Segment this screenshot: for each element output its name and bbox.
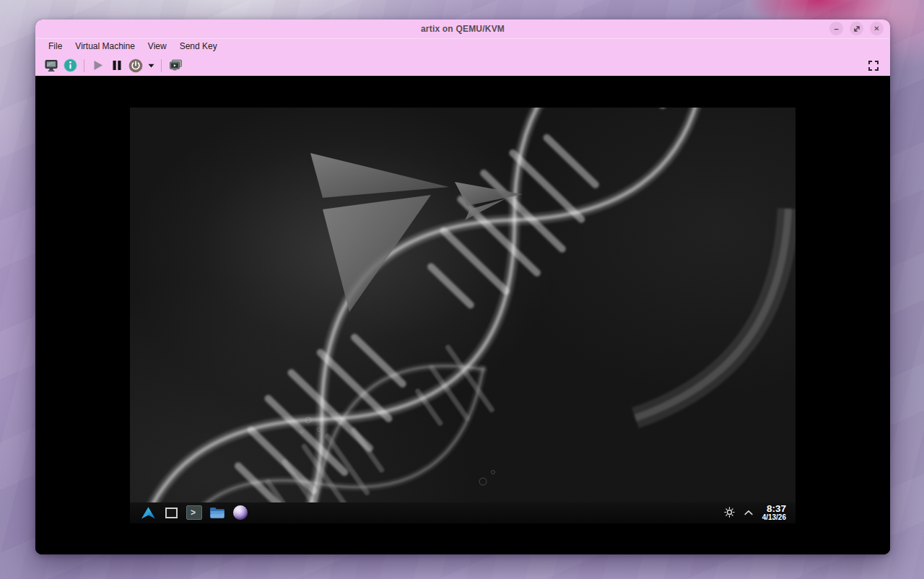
close-button[interactable]: ✕ — [870, 22, 884, 35]
minimize-button[interactable]: – — [829, 22, 843, 35]
pause-icon — [112, 60, 122, 71]
guest-display[interactable]: > — [130, 108, 796, 523]
menu-file[interactable]: File — [42, 38, 69, 55]
show-desktop-button[interactable] — [162, 504, 180, 521]
fullscreen-button[interactable] — [864, 56, 883, 75]
console-monitor-icon — [44, 59, 58, 72]
toolbar-separator — [161, 59, 162, 72]
close-icon: ✕ — [873, 25, 879, 32]
window-title: artix on QEMU/KVM — [421, 24, 505, 34]
chevron-up-icon[interactable] — [744, 510, 753, 515]
maximize-button[interactable] — [850, 22, 863, 35]
show-desktop-icon — [165, 508, 178, 518]
file-manager-launcher[interactable] — [209, 504, 226, 521]
menu-virtual-machine[interactable]: Virtual Machine — [69, 38, 141, 55]
terminal-icon: > — [186, 505, 202, 520]
console-area: > — [35, 76, 890, 554]
screenshot-button[interactable] — [166, 56, 185, 75]
taskbar-clock[interactable]: 8:37 4/13/26 — [762, 504, 786, 522]
clock-time: 8:37 — [767, 504, 786, 514]
shutdown-menu-button[interactable] — [145, 56, 157, 75]
pause-button[interactable] — [108, 56, 126, 75]
vm-details-button[interactable] — [61, 56, 79, 75]
toolbar-separator — [84, 59, 84, 72]
terminal-launcher[interactable]: > — [186, 504, 203, 521]
web-browser-launcher[interactable] — [232, 504, 249, 521]
screenshot-console-icon — [169, 59, 183, 71]
shutdown-icon — [128, 58, 143, 73]
artix-menu-button[interactable] — [139, 504, 157, 521]
system-tray: 8:37 4/13/26 — [724, 504, 786, 522]
virt-manager-window: artix on QEMU/KVM – ✕ File Virtual Machi… — [35, 19, 890, 554]
desktop-wallpaper: artix on QEMU/KVM – ✕ File Virtual Machi… — [0, 0, 924, 579]
run-icon — [93, 60, 103, 71]
terminal-prompt-glyph: > — [191, 508, 196, 517]
artix-menu-icon — [141, 506, 156, 520]
window-controls: – ✕ — [829, 22, 884, 35]
toolbar — [35, 55, 890, 76]
vm-info-icon — [64, 58, 77, 72]
file-manager-icon — [209, 506, 225, 519]
window-titlebar[interactable]: artix on QEMU/KVM – ✕ — [35, 19, 890, 38]
maximize-icon — [852, 24, 862, 34]
run-button[interactable] — [89, 56, 108, 75]
shutdown-menu-caret-icon — [148, 64, 154, 68]
show-console-button[interactable] — [42, 56, 61, 75]
web-browser-icon — [233, 505, 248, 520]
dna-helix-art — [130, 108, 756, 523]
clock-date: 4/13/26 — [762, 514, 786, 522]
menu-send-key[interactable]: Send Key — [173, 38, 224, 55]
minimize-icon: – — [834, 25, 838, 33]
brightness-sun-icon[interactable] — [724, 507, 735, 518]
menubar: File Virtual Machine View Send Key — [35, 38, 890, 55]
shutdown-button[interactable] — [126, 56, 145, 75]
guest-wallpaper-art — [130, 108, 796, 523]
guest-taskbar: > — [130, 502, 796, 523]
menu-view[interactable]: View — [141, 38, 173, 55]
fullscreen-icon — [868, 61, 879, 71]
